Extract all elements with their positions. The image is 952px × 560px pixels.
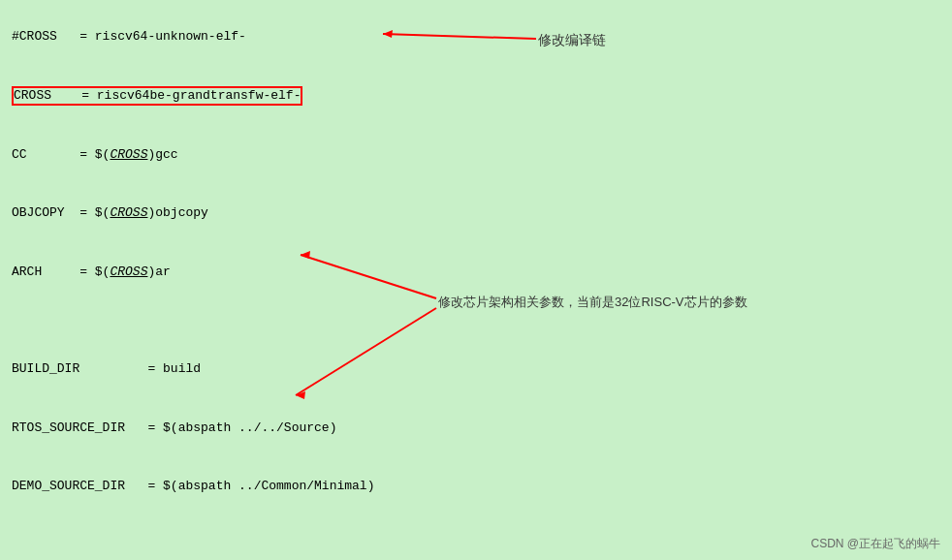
line-1: #CROSS = riscv64-unknown-elf-	[12, 29, 246, 44]
line-5: ARCH = $(CROSS)ar	[12, 264, 171, 279]
line-4: OBJCOPY = $(CROSS)objcopy	[12, 205, 208, 220]
code-block: #CROSS = riscv64-unknown-elf- CROSS = ri…	[0, 0, 952, 560]
line-2: CROSS = riscv64be-grandtransfw-elf-	[12, 86, 302, 107]
line-7: BUILD_DIR = build	[12, 361, 201, 376]
line-3: CC = $(CROSS)gcc	[12, 147, 178, 162]
line-8: RTOS_SOURCE_DIR = $(abspath ../../Source…	[12, 420, 336, 435]
line-9: DEMO_SOURCE_DIR = $(abspath ../Common/Mi…	[12, 479, 374, 493]
watermark: CSDN @正在起飞的蜗牛	[810, 536, 940, 552]
